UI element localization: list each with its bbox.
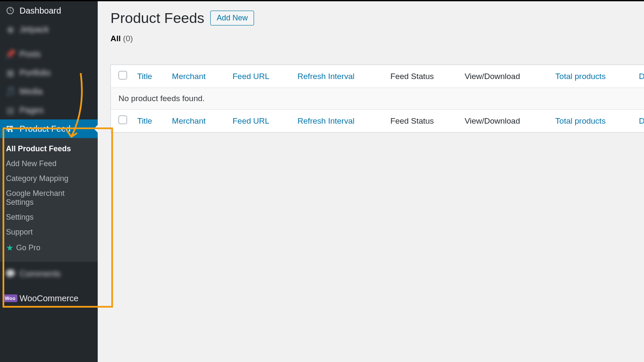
sidebar-submenu: All Product Feeds Add New Feed Category … — [0, 138, 98, 262]
cart-chart-icon — [5, 124, 15, 134]
table-footer-row: Title Merchant Feed URL Refresh Interval… — [111, 110, 644, 133]
dashboard-icon — [5, 6, 15, 16]
pin-icon: 📌 — [5, 49, 15, 59]
filter-label: All — [110, 34, 121, 43]
submenu-go-pro[interactable]: ★ Go Pro — [0, 240, 98, 256]
empty-state-row: No product feeds found. — [111, 88, 644, 110]
submenu-settings[interactable]: Settings — [0, 210, 98, 225]
main-content: Product Feeds Add New All (0) Title Merc… — [98, 1, 644, 362]
submenu-add-new-feed[interactable]: Add New Feed — [0, 156, 98, 171]
col-total-products[interactable]: Total products — [550, 65, 634, 88]
col-feed-status: Feed Status — [385, 110, 460, 133]
sidebar-item-portfolio[interactable]: ▦ Portfolio — [0, 63, 98, 82]
comment-icon: 💬 — [5, 269, 15, 279]
select-all-footer[interactable] — [111, 110, 133, 133]
sidebar-item-dashboard[interactable]: Dashboard — [0, 1, 98, 20]
col-refresh-interval[interactable]: Refresh Interval — [292, 65, 385, 88]
sidebar-item-media[interactable]: 🎵 Media — [0, 82, 98, 101]
feeds-table: Title Merchant Feed URL Refresh Interval… — [110, 65, 644, 133]
col-feed-url[interactable]: Feed URL — [227, 65, 292, 88]
media-icon: 🎵 — [5, 86, 15, 96]
sidebar-label-blur: Posts — [20, 49, 41, 59]
sidebar-item-jetpack[interactable]: ◉ Jetpack — [0, 20, 98, 39]
submenu-support[interactable]: Support — [0, 225, 98, 240]
sidebar-label-blur: Jetpack — [20, 25, 49, 34]
sidebar-label-product-feed: Product Feed — [20, 124, 71, 134]
empty-state-text: No product feeds found. — [111, 88, 644, 110]
sidebar-item-pages[interactable]: ▤ Pages — [0, 101, 98, 119]
svg-point-1 — [11, 130, 12, 132]
page-title: Product Feeds — [110, 10, 204, 26]
sidebar-item-posts[interactable]: 📌 Posts — [0, 45, 98, 63]
sidebar-label-blur: Media — [20, 87, 42, 96]
col-view-download: View/Download — [460, 110, 551, 133]
col-title[interactable]: Title — [132, 110, 167, 133]
page-icon: ▤ — [5, 105, 15, 115]
checkbox-icon — [119, 71, 127, 79]
portfolio-icon: ▦ — [5, 68, 15, 78]
col-feed-url[interactable]: Feed URL — [227, 110, 292, 133]
col-view-download: View/Download — [460, 65, 551, 88]
star-icon: ★ — [6, 243, 14, 253]
col-total-products[interactable]: Total products — [550, 110, 634, 133]
submenu-all-feeds[interactable]: All Product Feeds — [0, 141, 98, 156]
col-refresh-interval[interactable]: Refresh Interval — [292, 110, 385, 133]
col-feed-status: Feed Status — [385, 65, 460, 88]
sidebar-label-blur: Portfolio — [20, 68, 51, 78]
sidebar-label-blur: Pages — [20, 105, 44, 115]
woocommerce-icon: Woo — [5, 293, 15, 303]
col-title[interactable]: Title — [132, 65, 167, 88]
submenu-google-merchant[interactable]: Google Merchant Settings — [0, 186, 98, 210]
sidebar-item-woocommerce[interactable]: Woo WooCommerce — [0, 289, 98, 308]
jetpack-icon: ◉ — [5, 24, 15, 34]
checkbox-icon — [119, 116, 127, 124]
select-all-header[interactable] — [111, 65, 133, 88]
col-date[interactable]: Da — [634, 110, 644, 133]
sidebar-item-comments[interactable]: 💬 Comments — [0, 264, 98, 283]
submenu-label-gopro: Go Pro — [16, 243, 40, 252]
col-date[interactable]: Da — [634, 65, 644, 88]
sidebar-label-woocommerce: WooCommerce — [20, 294, 79, 303]
sidebar-label-comments: Comments — [20, 269, 61, 279]
col-merchant[interactable]: Merchant — [167, 110, 228, 133]
add-new-button[interactable]: Add New — [210, 11, 254, 25]
page-header: Product Feeds Add New — [110, 10, 644, 26]
list-filter-all[interactable]: All (0) — [110, 34, 644, 43]
table-header-row: Title Merchant Feed URL Refresh Interval… — [111, 65, 644, 88]
filter-count: (0) — [123, 34, 133, 43]
sidebar-item-product-feed[interactable]: Product Feed — [0, 119, 98, 138]
admin-sidebar: Dashboard ◉ Jetpack 📌 Posts ▦ Portfolio … — [0, 1, 98, 362]
submenu-category-mapping[interactable]: Category Mapping — [0, 171, 98, 186]
col-merchant[interactable]: Merchant — [167, 65, 228, 88]
sidebar-label-dashboard: Dashboard — [20, 6, 61, 16]
svg-point-0 — [8, 130, 9, 132]
